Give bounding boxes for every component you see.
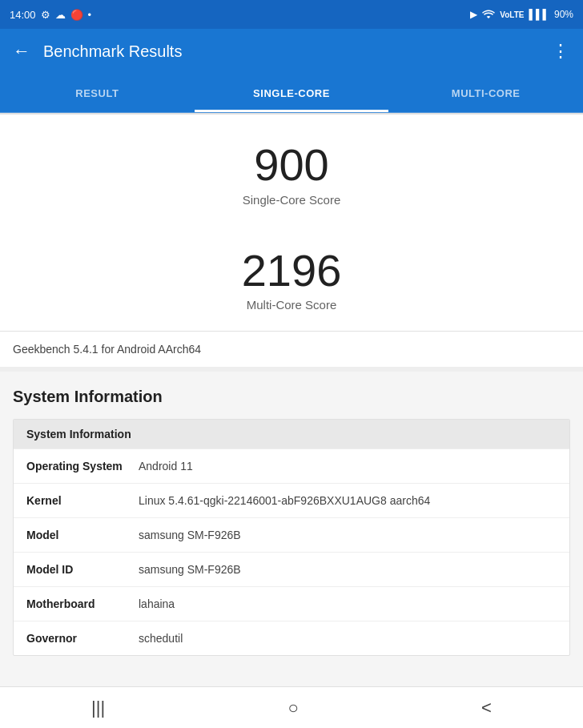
status-left: 14:00 ⚙ ☁ 🔴 • — [10, 9, 91, 21]
info-value-model: samsung SM-F926B — [139, 529, 557, 541]
info-key-governor: Governor — [26, 632, 139, 645]
tab-bar: RESULT SINGLE-CORE MULTI-CORE — [0, 74, 583, 113]
info-key-kernel: Kernel — [26, 494, 139, 507]
signal-icon: ▌▌▌ — [529, 9, 549, 20]
single-core-score-block: 900 Single-Core Score — [16, 140, 567, 207]
table-row: Motherboard lahaina — [14, 586, 569, 621]
single-core-score-value: 900 — [16, 140, 567, 190]
info-value-os: Android 11 — [139, 460, 557, 473]
status-bar: 14:00 ⚙ ☁ 🔴 • ▶ VoLTE ▌▌▌ 90% — [0, 0, 583, 29]
home-button[interactable]: ○ — [287, 698, 298, 718]
cloud-icon: ☁ — [55, 9, 66, 21]
more-options-button[interactable]: ⋮ — [552, 41, 570, 62]
status-time: 14:00 — [10, 9, 36, 21]
content-scroll[interactable]: 900 Single-Core Score 2196 Multi-Core Sc… — [0, 115, 583, 687]
info-key-model-id: Model ID — [26, 563, 139, 576]
notification-icon: 🔴 — [70, 9, 83, 21]
info-key-model: Model — [26, 529, 139, 541]
volte-indicator: VoLTE — [500, 10, 524, 19]
geekbench-info-text: Geekbench 5.4.1 for Android AArch64 — [13, 343, 201, 356]
table-row: Operating System Android 11 — [14, 448, 569, 483]
info-key-os: Operating System — [26, 460, 139, 473]
nav-bar: ||| ○ < — [0, 686, 583, 728]
recent-apps-button[interactable]: ||| — [91, 698, 105, 718]
tab-single-core[interactable]: SINGLE-CORE — [195, 74, 389, 112]
system-info-section: System Information System Information Op… — [0, 372, 583, 666]
system-info-table: System Information Operating System Andr… — [13, 419, 570, 656]
app-bar: ← Benchmark Results ⋮ — [0, 29, 583, 74]
battery-percent: 90% — [554, 9, 573, 20]
single-core-score-label: Single-Core Score — [16, 193, 567, 207]
back-button[interactable]: ← — [13, 41, 30, 62]
tab-multi-core[interactable]: MULTI-CORE — [388, 74, 583, 112]
info-key-motherboard: Motherboard — [26, 597, 139, 610]
table-row: Kernel Linux 5.4.61-qgki-22146001-abF926… — [14, 483, 569, 517]
info-value-model-id: samsung SM-F926B — [139, 563, 557, 576]
info-value-kernel: Linux 5.4.61-qgki-22146001-abF926BXXU1AU… — [139, 494, 557, 507]
table-row: Model ID samsung SM-F926B — [14, 552, 569, 586]
table-row: Model samsung SM-F926B — [14, 517, 569, 552]
back-nav-button[interactable]: < — [481, 698, 492, 718]
info-value-motherboard: lahaina — [139, 597, 557, 610]
table-row: Governor schedutil — [14, 621, 569, 655]
multi-core-score-label: Multi-Core Score — [16, 298, 567, 312]
status-right: ▶ VoLTE ▌▌▌ 90% — [470, 9, 573, 21]
app-bar-title: Benchmark Results — [43, 42, 552, 61]
scores-section: 900 Single-Core Score 2196 Multi-Core Sc… — [0, 115, 583, 332]
info-value-governor: schedutil — [139, 632, 557, 645]
multi-core-score-block: 2196 Multi-Core Score — [16, 246, 567, 312]
tab-result[interactable]: RESULT — [0, 74, 195, 112]
settings-icon: ⚙ — [41, 9, 50, 21]
geekbench-info: Geekbench 5.4.1 for Android AArch64 — [0, 332, 583, 372]
score-divider — [16, 226, 567, 227]
dot-icon: • — [88, 9, 92, 21]
bluetooth-icon: ▶ — [470, 9, 477, 20]
system-info-table-header: System Information — [14, 420, 569, 448]
wifi-icon — [482, 9, 495, 21]
system-info-section-title: System Information — [13, 388, 570, 406]
multi-core-score-value: 2196 — [16, 246, 567, 296]
